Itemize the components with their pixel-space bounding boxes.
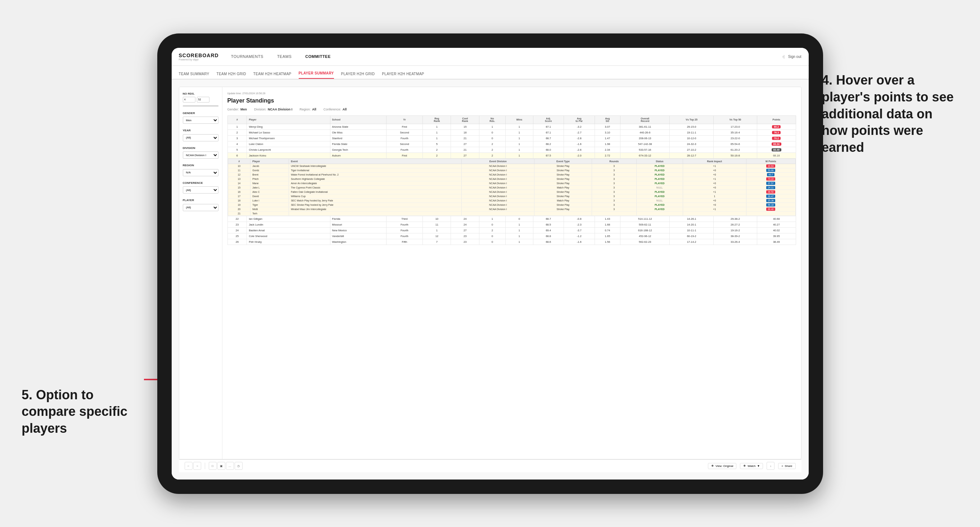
- nav-separator: ›|: [783, 55, 784, 59]
- conference-filter-value: All: [343, 108, 347, 111]
- filter-region-label: Region: [183, 163, 218, 167]
- redo-button[interactable]: →: [193, 462, 201, 470]
- sub-nav-team-h2h-grid[interactable]: TEAM H2H GRID: [217, 72, 246, 79]
- list-item: 20 Motti Mirabel Maui Jim Intercollegiat…: [228, 207, 795, 211]
- list-item: 17 David Williams Cup NCAA Division I St…: [228, 194, 795, 198]
- filter-player: Player (All): [183, 198, 218, 211]
- filter-no-rds-min[interactable]: [183, 97, 196, 103]
- standings-table: # Player School Yr RegRank ConfRank NoRd…: [228, 116, 796, 245]
- expanded-header-row: # Player Event Event Division Event Type…: [228, 158, 796, 216]
- col-no-rds: NoRds.: [479, 116, 505, 124]
- points-value: 40.68: [773, 217, 780, 221]
- download-button[interactable]: ↓: [767, 462, 775, 470]
- table-area: Update time: 27/01/2024 16:56:26 Player …: [223, 87, 801, 459]
- filter-gender-info: Gender: Men: [228, 108, 247, 111]
- w-points-badge[interactable]: 40.64: [766, 164, 775, 168]
- nav-item-tournaments[interactable]: TOURNAMENTS: [230, 54, 265, 59]
- filter-conference-select[interactable]: (All): [183, 186, 218, 194]
- points-badge[interactable]: 76.3: [772, 131, 781, 134]
- filter-year-select[interactable]: (All): [183, 134, 218, 141]
- annotation-left-text: 5. Option to compare specific players: [22, 387, 127, 436]
- table-row: 25 Cole Sherwood Vanderbilt Fourth 12 23…: [228, 233, 796, 239]
- points-badge[interactable]: 80.49: [772, 148, 782, 151]
- w-points-badge[interactable]: 40.7: [767, 173, 775, 176]
- watch-label: Watch: [748, 464, 756, 468]
- toolbar-sep-1: [205, 463, 205, 469]
- filter-region-info: Region: All: [299, 108, 317, 111]
- table-row: 4 Luke Claton Florida State Second 5 27 …: [228, 141, 796, 147]
- list-item: 15 Jake L The Cypress Point Classic NCAA…: [228, 185, 795, 190]
- w-points-badge[interactable]: 25.38: [766, 199, 775, 202]
- expanded-header: # Player Event Event Division Event Type…: [228, 159, 795, 163]
- sub-nav: TEAM SUMMARY TEAM H2H GRID TEAM H2H HEAT…: [172, 66, 809, 79]
- filter-gender-select[interactable]: Men: [183, 117, 218, 124]
- share-label: Share: [784, 464, 792, 468]
- w-points-badge[interactable]: 24.11: [766, 186, 775, 189]
- list-item: 21 Terh: [228, 211, 795, 216]
- filter-info-row: Gender: Men Division: NCAA Division I Re…: [228, 108, 796, 111]
- sign-out-link[interactable]: Sign out: [788, 55, 802, 59]
- clock-button[interactable]: ◷: [235, 462, 243, 470]
- col-vs-top25: Vs Top 25: [670, 116, 713, 124]
- view-original-button[interactable]: 👁 View: Original: [708, 463, 737, 469]
- w-points-badge[interactable]: 66.40: [766, 208, 775, 211]
- annotation-right-text: 4. Hover over a player's points to see a…: [822, 73, 954, 155]
- table-row: 24 Bastien Amat New Mexico Fourth 1 27 2…: [228, 227, 796, 233]
- share-button[interactable]: < Share: [778, 463, 795, 469]
- clipboard-button[interactable]: …: [226, 462, 234, 470]
- w-points-badge[interactable]: 56.18: [766, 203, 775, 206]
- copy-button[interactable]: □: [209, 462, 217, 470]
- table-row: 22 Ian Gilligan Florida Third 10 24 1 0 …: [228, 216, 796, 222]
- sub-nav-player-summary[interactable]: PLAYER SUMMARY: [299, 71, 334, 79]
- sidebar-filters: No Rds. Gender Men: [179, 87, 223, 459]
- filter-no-rds-max[interactable]: [197, 97, 210, 103]
- nav-item-teams[interactable]: TEAMS: [276, 54, 293, 59]
- watch-button[interactable]: 👁 Watch ▼: [740, 463, 763, 469]
- app-logo-sub: Powered by clippi: [179, 58, 219, 61]
- filter-division-select[interactable]: NCAA Division I: [183, 151, 218, 159]
- nav-items: TOURNAMENTS TEAMS COMMITTEE: [230, 54, 783, 59]
- content-area: No Rds. Gender Men: [172, 79, 809, 479]
- filter-region-select[interactable]: N/A: [183, 169, 218, 176]
- filter-year: Year (All): [183, 129, 218, 141]
- sub-nav-team-h2h-heatmap[interactable]: TEAM H2H HEATMAP: [253, 72, 291, 79]
- table-row: 2 Michael Le Sasso Ole Miss Second 1 18 …: [228, 130, 796, 135]
- bottom-toolbar: ← → □ ▣ … ◷ 👁 View: Original 👁 Watch: [179, 459, 802, 472]
- w-points-badge[interactable]: 53.60: [766, 169, 775, 172]
- main-panel: No Rds. Gender Men: [179, 87, 802, 459]
- nav-item-committee[interactable]: COMMITTEE: [304, 54, 332, 59]
- w-points-badge[interactable]: 48.50: [766, 190, 775, 194]
- sub-nav-team-summary[interactable]: TEAM SUMMARY: [179, 72, 210, 79]
- share-icon: <: [781, 464, 783, 468]
- points-badge[interactable]: 70.2: [772, 137, 781, 140]
- annotation-left: 5. Option to compare specific players: [22, 387, 137, 437]
- sub-nav-player-h2h-grid[interactable]: PLAYER H2H GRID: [341, 72, 375, 79]
- view-icon: 👁: [711, 464, 714, 468]
- filter-conference-label: Conference: [183, 181, 218, 184]
- points-value: 40.27: [773, 223, 780, 226]
- w-points-badge[interactable]: 30.47: [766, 195, 775, 198]
- w-points-badge[interactable]: 73.22: [766, 177, 775, 181]
- undo-button[interactable]: ←: [185, 462, 192, 470]
- division-filter-label: Division:: [254, 108, 266, 111]
- expanded-events-table: # Player Event Event Division Event Type…: [228, 159, 796, 216]
- gender-filter-value: Men: [240, 108, 247, 111]
- filter-conference-info: Conference: All: [323, 108, 347, 111]
- col-wins: Wins: [505, 116, 533, 124]
- paste-button[interactable]: ▣: [217, 462, 225, 470]
- sub-nav-player-h2h-heatmap[interactable]: PLAYER H2H HEATMAP: [382, 72, 424, 79]
- table-header-row: # Player School Yr RegRank ConfRank NoRd…: [228, 116, 796, 124]
- points-value: 68.18: [773, 154, 780, 157]
- filter-region: Region N/A: [183, 163, 218, 176]
- points-badge[interactable]: 80.34: [772, 143, 782, 146]
- points-badge[interactable]: 80.2: [772, 125, 781, 129]
- no-rds-slider[interactable]: [183, 105, 218, 106]
- filter-player-select[interactable]: (All): [183, 204, 218, 211]
- points-value: 40.02: [773, 229, 780, 232]
- table-row-jackson: 6 Jackson Koivu Auburn First 2 27 2 1 67…: [228, 152, 796, 158]
- undo-redo-group: ← →: [185, 462, 201, 470]
- filter-no-rds-label: No Rds.: [183, 92, 218, 95]
- filter-player-label: Player: [183, 198, 218, 202]
- w-points-badge[interactable]: 37.57: [766, 182, 775, 185]
- col-overall-record: OverallRecord: [620, 116, 670, 124]
